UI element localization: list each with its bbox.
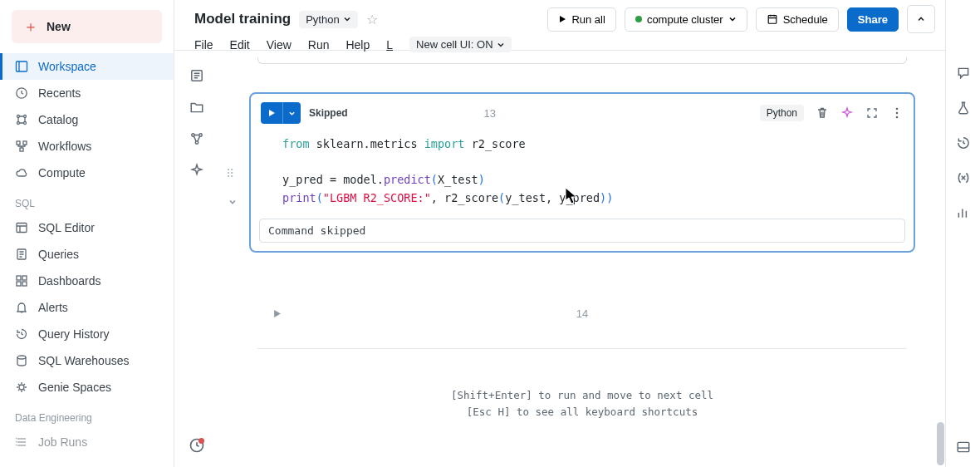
cell-kebab-icon[interactable] — [890, 106, 904, 120]
sidebar-item-label: Compute — [38, 166, 86, 179]
menu-help[interactable]: Help — [345, 38, 370, 52]
sidebar-item-label: SQL Editor — [38, 221, 95, 234]
last-edit-indicator[interactable]: L — [386, 38, 393, 52]
workspace-icon — [15, 60, 28, 73]
svg-point-22 — [195, 141, 198, 144]
chevron-up-icon — [916, 14, 926, 24]
favorite-star-icon[interactable]: ☆ — [366, 12, 378, 27]
focus-cell-icon[interactable] — [865, 106, 879, 120]
code-editor[interactable]: from sklearn.metrics import r2_score y_p… — [251, 132, 914, 219]
header: Model training Python ☆ Run all compute … — [174, 0, 945, 51]
sidebar-item-label: Workflows — [38, 140, 91, 153]
job-runs-icon — [15, 435, 28, 449]
svg-point-25 — [896, 108, 899, 111]
cell-output: Command skipped — [259, 219, 905, 243]
bell-icon — [15, 301, 28, 314]
svg-rect-18 — [768, 16, 777, 24]
dashboards-icon — [15, 274, 28, 288]
scrollbar-thumb[interactable] — [937, 422, 944, 465]
status-dot-icon — [635, 16, 642, 22]
next-code-cell[interactable]: 14 — [257, 279, 907, 349]
sidebar-item-label: Recents — [38, 86, 81, 100]
svg-rect-13 — [22, 276, 27, 280]
sidebar-item-genie-spaces[interactable]: Genie Spaces — [0, 374, 174, 401]
sidebar-item-label: Genie Spaces — [38, 381, 111, 394]
svg-point-21 — [199, 134, 202, 136]
assistant-spark-icon[interactable] — [189, 162, 205, 179]
new-button[interactable]: ＋ New — [12, 10, 162, 43]
run-cell-dropdown[interactable] — [282, 102, 301, 124]
sidebar-item-label: Workspace — [38, 60, 96, 73]
folder-icon[interactable] — [189, 99, 205, 116]
svg-rect-7 — [17, 141, 20, 145]
share-button[interactable]: Share — [847, 7, 899, 32]
run-cell-button[interactable] — [261, 102, 282, 124]
sidebar-item-dashboards[interactable]: Dashboards — [0, 268, 174, 294]
variables-icon[interactable] — [955, 170, 972, 186]
sidebar-item-workflows[interactable]: Workflows — [0, 133, 174, 160]
menu-run[interactable]: Run — [308, 38, 330, 52]
code-cell[interactable]: Skipped 13 Python from sklearn.metrics i… — [249, 92, 915, 253]
dashboard-panel-icon[interactable] — [955, 204, 972, 221]
keyboard-hints: [Shift+Enter] to run and move to next ce… — [249, 387, 915, 420]
sidebar-item-job-runs[interactable]: Job Runs — [0, 429, 174, 455]
workflows-icon — [15, 140, 28, 153]
sidebar-item-recents[interactable]: Recents — [0, 80, 174, 106]
versions-icon[interactable] — [955, 135, 972, 151]
schema-icon[interactable] — [189, 130, 205, 147]
svg-point-5 — [17, 122, 20, 125]
notebook-body: ⠿ Skipped 13 Python — [219, 51, 945, 467]
section-de: Data Engineering — [0, 401, 174, 429]
cell-status: Skipped — [309, 107, 348, 119]
catalog-icon — [15, 113, 28, 126]
sidebar-item-label: Job Runs — [38, 435, 87, 449]
sidebar-item-catalog[interactable]: Catalog — [0, 106, 174, 133]
svg-rect-12 — [17, 276, 21, 280]
bottom-panel-icon[interactable] — [955, 439, 972, 455]
svg-rect-0 — [17, 61, 27, 71]
sidebar-item-alerts[interactable]: Alerts — [0, 294, 174, 321]
previous-cell-collapsed[interactable] — [257, 57, 907, 64]
sidebar-item-sql-editor[interactable]: SQL Editor — [0, 214, 174, 241]
cluster-selector[interactable]: compute cluster — [625, 7, 747, 32]
comments-icon[interactable] — [955, 65, 972, 81]
svg-rect-9 — [20, 148, 23, 151]
header-expand-button[interactable] — [907, 5, 935, 33]
chevron-down-icon — [497, 41, 505, 49]
section-sql: SQL — [0, 186, 174, 214]
assistant-cell-icon[interactable] — [840, 106, 854, 120]
toc-icon[interactable] — [189, 67, 205, 84]
sidebar-item-workspace[interactable]: Workspace — [0, 53, 174, 80]
sidebar-item-label: SQL Warehouses — [38, 354, 129, 367]
plus-icon: ＋ — [23, 17, 38, 37]
notebook-title[interactable]: Model training — [194, 11, 291, 27]
language-selector[interactable]: Python — [299, 11, 357, 28]
schedule-button[interactable]: Schedule — [756, 7, 839, 32]
genie-icon — [15, 381, 28, 394]
sidebar-item-label: Catalog — [38, 113, 78, 126]
menu-file[interactable]: File — [194, 38, 213, 52]
delete-cell-icon[interactable] — [816, 106, 829, 120]
play-icon — [272, 309, 282, 318]
history-icon — [15, 327, 28, 341]
sql-editor-icon — [15, 221, 28, 234]
sidebar-item-queries[interactable]: Queries — [0, 241, 174, 268]
cell-lang-badge[interactable]: Python — [760, 105, 804, 121]
sidebar-item-compute[interactable]: Compute — [0, 160, 174, 186]
calendar-icon — [767, 13, 778, 25]
revision-history-icon[interactable] — [189, 437, 205, 454]
sidebar-item-sql-warehouses[interactable]: SQL Warehouses — [0, 347, 174, 374]
sidebar-item-query-history[interactable]: Query History — [0, 321, 174, 347]
drag-handle-icon[interactable]: ⠿ — [226, 167, 234, 180]
chevron-down-icon — [288, 110, 296, 117]
svg-point-27 — [896, 116, 899, 119]
collapse-chevron-icon[interactable] — [228, 197, 238, 207]
experiments-icon[interactable] — [955, 100, 972, 116]
menu-view[interactable]: View — [267, 38, 292, 52]
run-cell-button[interactable] — [272, 309, 282, 318]
menu-edit[interactable]: Edit — [230, 38, 250, 52]
run-all-button[interactable]: Run all — [547, 7, 615, 32]
cell-number: 13 — [484, 107, 496, 120]
chevron-down-icon — [343, 15, 351, 23]
svg-rect-15 — [22, 282, 27, 286]
